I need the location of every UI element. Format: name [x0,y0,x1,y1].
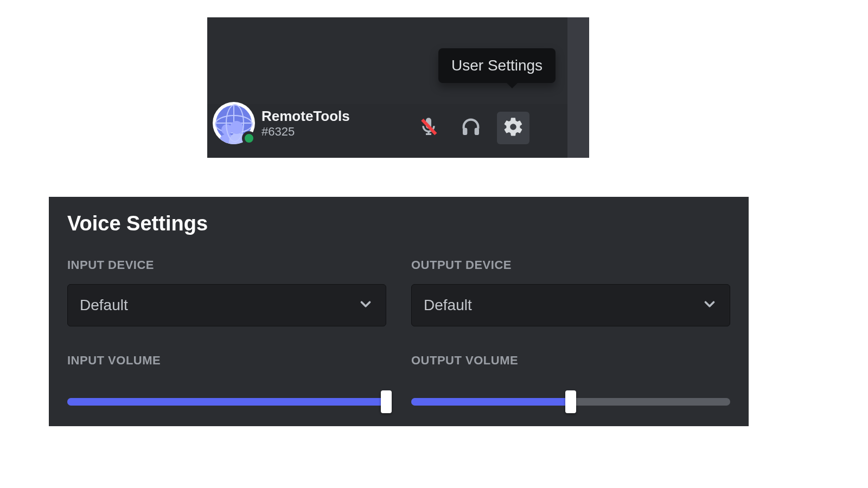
slider-fill [67,398,386,406]
voice-settings-panel: Voice Settings INPUT DEVICE Default INPU… [49,197,749,426]
deafen-button[interactable] [455,112,487,144]
svg-rect-2 [475,128,479,135]
input-volume-label: INPUT VOLUME [67,354,386,368]
input-device-label: INPUT DEVICE [67,258,386,272]
user-controls [412,112,584,144]
chevron-down-icon [701,296,718,314]
microphone-muted-icon [418,116,439,140]
output-device-select[interactable]: Default [411,284,730,326]
output-volume-label: OUTPUT VOLUME [411,354,730,368]
status-online-icon [242,131,256,145]
headphones-icon [460,116,482,140]
user-panel: RemoteTools #6325 [207,17,589,158]
input-column: INPUT DEVICE Default INPUT VOLUME [67,258,386,410]
output-device-value: Default [424,297,472,314]
user-info[interactable]: RemoteTools #6325 [213,102,350,144]
output-volume-slider[interactable] [411,394,730,410]
avatar-wrap[interactable] [213,102,255,144]
voice-settings-title: Voice Settings [67,212,730,235]
input-volume-slider[interactable] [67,394,386,410]
device-columns: INPUT DEVICE Default INPUT VOLUME OUTPUT… [67,258,730,410]
output-column: OUTPUT DEVICE Default OUTPUT VOLUME [411,258,730,410]
slider-handle[interactable] [381,390,392,413]
gear-icon [502,116,524,140]
input-device-select[interactable]: Default [67,284,386,326]
slider-handle[interactable] [565,390,576,413]
settings-tooltip: User Settings [438,48,556,83]
settings-button[interactable] [497,112,529,144]
input-device-value: Default [80,297,128,314]
mute-button[interactable] [412,112,445,144]
discriminator: #6325 [261,125,350,139]
user-name-block: RemoteTools #6325 [261,108,350,139]
chevron-down-icon [358,296,374,314]
svg-rect-1 [463,128,467,135]
username: RemoteTools [261,108,350,125]
slider-fill [411,398,571,406]
output-device-label: OUTPUT DEVICE [411,258,730,272]
